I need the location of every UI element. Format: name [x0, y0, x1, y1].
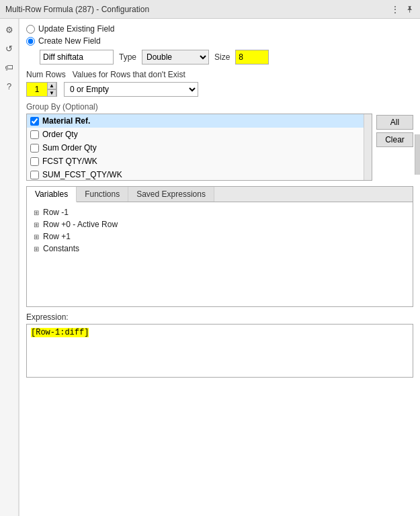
- group-by-checkbox[interactable]: [30, 157, 39, 166]
- values-label: Values for Rows that don't Exist: [73, 70, 185, 79]
- spinner-up[interactable]: ▲: [47, 82, 56, 89]
- expand-icon[interactable]: ⊞: [32, 221, 40, 228]
- tree-item[interactable]: ⊞Constants: [32, 243, 407, 255]
- all-button[interactable]: All: [376, 115, 413, 130]
- tree-area: ⊞Row -1⊞Row +0 - Active Row⊞Row +1⊞Const…: [27, 202, 413, 306]
- tree-item[interactable]: ⊞Row +1: [32, 230, 407, 243]
- tag-icon[interactable]: 🏷: [3, 60, 16, 74]
- num-rows-spinner: ▲ ▼: [47, 82, 56, 97]
- radio-group: Update Existing Field Create New Field: [26, 24, 413, 46]
- clear-button[interactable]: Clear: [376, 132, 413, 147]
- group-by-section: Group By (Optional) Material Ref.Order Q…: [26, 102, 413, 181]
- more-icon[interactable]: ⋮: [390, 4, 400, 15]
- num-rows-wrapper: ▲ ▼: [26, 82, 57, 97]
- tree-item-label: Row +0 - Active Row: [43, 220, 118, 229]
- window-title: Multi-Row Formula (287) - Configuration: [5, 5, 149, 14]
- expression-value: [Row-1:diff]: [31, 328, 89, 337]
- tab-variables[interactable]: Variables: [27, 187, 77, 202]
- create-field-radio[interactable]: [26, 37, 35, 46]
- title-bar: Multi-Row Formula (287) - Configuration …: [0, 0, 420, 19]
- num-rows-input[interactable]: [27, 83, 47, 96]
- group-by-item-label: Sum Order Qty: [42, 143, 97, 153]
- create-field-label: Create New Field: [38, 36, 101, 46]
- expand-icon[interactable]: ⊞: [32, 245, 40, 253]
- tree-item[interactable]: ⊞Row +0 - Active Row: [32, 218, 407, 230]
- expand-icon[interactable]: ⊞: [32, 233, 40, 241]
- size-label: Size: [214, 52, 230, 62]
- group-by-item[interactable]: Order Qty: [27, 128, 372, 141]
- group-by-container: Material Ref.Order QtySum Order QtyFCST …: [26, 114, 413, 181]
- num-rows-label: Num Rows: [26, 70, 66, 79]
- right-edge-handle[interactable]: [415, 134, 420, 175]
- group-by-item-label: Material Ref.: [42, 116, 90, 126]
- group-by-checkbox[interactable]: [30, 144, 39, 153]
- help-icon[interactable]: ?: [3, 79, 16, 93]
- tabs-section: VariablesFunctionsSaved Expressions ⊞Row…: [26, 186, 413, 307]
- group-by-item[interactable]: FCST QTY/WK: [27, 155, 372, 168]
- group-by-item[interactable]: SUM_FCST_QTY/WK: [27, 168, 372, 181]
- tab-saved-expressions[interactable]: Saved Expressions: [128, 187, 214, 202]
- list-scrollbar[interactable]: [364, 114, 372, 180]
- group-by-checkbox[interactable]: [30, 130, 39, 139]
- type-label: Type: [119, 52, 136, 62]
- update-field-radio[interactable]: [26, 25, 35, 34]
- undo-icon[interactable]: ↺: [3, 42, 16, 55]
- values-select[interactable]: 0 or EmptyNullError: [64, 82, 198, 97]
- pin-icon[interactable]: 🖈: [405, 4, 415, 15]
- field-config-row: Type DoubleFloatIntegerStringBool Size: [40, 50, 413, 64]
- expression-box[interactable]: [Row-1:diff]: [26, 324, 413, 378]
- radio-create[interactable]: Create New Field: [26, 36, 413, 46]
- tree-item-label: Constants: [43, 244, 79, 253]
- tree-item-label: Row -1: [43, 208, 69, 217]
- group-by-checkbox[interactable]: [30, 171, 39, 179]
- radio-update[interactable]: Update Existing Field: [26, 24, 413, 34]
- spinner-down[interactable]: ▼: [47, 89, 56, 97]
- group-by-item[interactable]: Material Ref.: [27, 114, 372, 128]
- group-by-buttons: All Clear: [376, 114, 413, 181]
- expand-icon[interactable]: ⊞: [32, 209, 40, 216]
- tab-bar: VariablesFunctionsSaved Expressions: [27, 187, 413, 202]
- group-by-item-label: FCST QTY/WK: [42, 157, 97, 166]
- group-by-label: Group By (Optional): [26, 102, 413, 112]
- field-name-input[interactable]: [40, 50, 114, 64]
- group-by-list: Material Ref.Order QtySum Order QtyFCST …: [26, 114, 372, 181]
- tree-item-label: Row +1: [43, 232, 71, 241]
- type-select[interactable]: DoubleFloatIntegerStringBool: [142, 50, 209, 64]
- size-input[interactable]: [235, 50, 269, 64]
- tab-functions[interactable]: Functions: [77, 187, 128, 202]
- group-by-checkbox[interactable]: [30, 117, 39, 126]
- num-rows-controls: ▲ ▼ 0 or EmptyNullError: [26, 82, 413, 97]
- expression-section: Expression: [Row-1:diff]: [26, 312, 413, 378]
- tree-item[interactable]: ⊞Row -1: [32, 206, 407, 218]
- group-by-item-label: Order Qty: [42, 130, 78, 139]
- group-by-item[interactable]: Sum Order Qty: [27, 141, 372, 155]
- expression-label: Expression:: [26, 312, 413, 322]
- group-by-item-label: SUM_FCST_QTY/WK: [42, 170, 122, 179]
- main-content: Update Existing Field Create New Field T…: [19, 19, 420, 516]
- update-field-label: Update Existing Field: [38, 24, 114, 34]
- settings-icon[interactable]: ⚙: [3, 23, 16, 36]
- sidebar-strip: ⚙ ↺ 🏷 ?: [0, 19, 19, 516]
- num-rows-row: Num Rows Values for Rows that don't Exis…: [26, 70, 413, 79]
